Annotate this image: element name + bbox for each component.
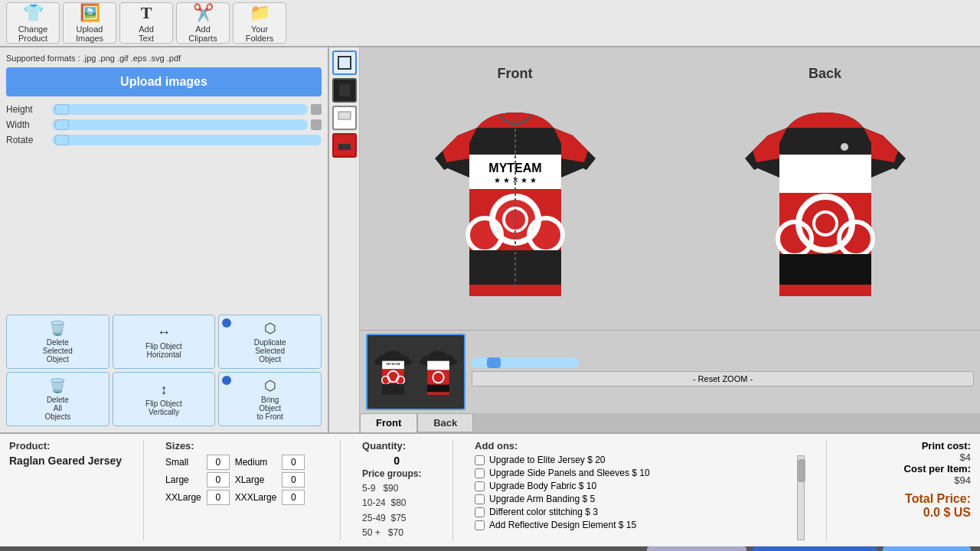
duplicate-selected-button[interactable]: ⬡ DuplicateSelectedObject (218, 315, 322, 369)
width-resize-handle[interactable] (311, 119, 322, 130)
large-input[interactable] (207, 472, 230, 487)
addon-arm-banding-checkbox[interactable] (475, 494, 485, 504)
width-slider[interactable] (52, 119, 308, 130)
add-text-button[interactable]: T Add Text (119, 2, 173, 44)
total-price-value: 0.0 $ US (923, 506, 971, 520)
svg-rect-0 (338, 57, 351, 69)
addon-color-stitching: Different color stitching $ 3 (475, 507, 805, 517)
price-10-24: 10-24 $80 (362, 496, 421, 510)
zoom-thumb (487, 357, 501, 368)
delete-selected-button[interactable]: 🗑️ DeleteSelectedObject (6, 315, 109, 369)
medium-input[interactable] (282, 455, 305, 470)
total-price-label: Total Price: (905, 492, 971, 506)
xlarge-label: XLarge (235, 474, 280, 485)
quantity-section: Quantity: 0 Price groups: 5-9 $90 10-24 … (362, 440, 431, 540)
divider-2 (340, 440, 341, 540)
height-slider-row: Height (6, 104, 322, 115)
change-product-label: Change Product (18, 24, 48, 43)
upload-button[interactable]: Upload images (6, 67, 322, 96)
front-label: Front (498, 66, 533, 82)
divider-4 (826, 440, 827, 540)
height-slider[interactable] (52, 104, 308, 115)
upload-images-button[interactable]: 🖼️ Upload Images (63, 2, 116, 44)
small-input[interactable] (207, 455, 230, 470)
flip-vertical-button[interactable]: ↕️ Flip ObjectVertically (113, 372, 216, 426)
view-btn-side[interactable] (332, 106, 357, 130)
svg-rect-36 (427, 361, 449, 370)
action-buttons: 🗑️ DeleteSelectedObject ↔️ Flip ObjectHo… (6, 315, 322, 426)
addon-color-stitching-checkbox[interactable] (475, 507, 485, 517)
addon-elite: Upgrade to Elite Jersey $ 20 (475, 455, 805, 465)
xlarge-input[interactable] (282, 472, 305, 487)
addons-section: Add ons: Upgrade to Elite Jersey $ 20 Up… (475, 440, 805, 540)
zoom-slider[interactable] (472, 357, 579, 368)
duplicate-icon: ⬡ (264, 320, 276, 337)
delete-selected-label: DeleteSelectedObject (43, 338, 73, 364)
upload-images-label: Upload Images (76, 24, 103, 43)
view-btn-front[interactable] (332, 78, 357, 103)
rotate-label: Rotate (6, 135, 52, 145)
share-facebook-button[interactable]: f Share On Facebook (753, 546, 876, 551)
left-panel: Supported formats : .jpg .png .gif .eps … (0, 47, 329, 432)
svg-rect-40 (427, 392, 449, 395)
print-cost-value: $4 (960, 452, 971, 463)
image-icon: 🖼️ (80, 3, 100, 23)
sizes-section: Sizes: Small Medium Large XLarge XXLarge… (165, 440, 318, 540)
svg-rect-3 (338, 144, 351, 150)
addon-side-panels-checkbox[interactable] (475, 468, 485, 478)
add-cliparts-button[interactable]: ✂️ Add Cliparts (176, 2, 230, 44)
thumbnail-jerseys: MYTEAM (372, 341, 459, 403)
height-resize-handle[interactable] (311, 104, 322, 115)
xxxlarge-input[interactable] (282, 490, 305, 505)
duplicate-selected-label: DuplicateSelectedObject (254, 338, 286, 364)
size-grid: Small Medium Large XLarge XXLarge XXXLar… (165, 455, 318, 505)
change-product-button[interactable]: 👕 Change Product (6, 2, 60, 44)
add-to-cart-button[interactable]: Add to cart >> (883, 546, 971, 551)
save-project-button[interactable]: Save as 'Project' (647, 546, 746, 551)
svg-rect-25 (779, 254, 871, 289)
small-label: Small (165, 457, 204, 468)
trash-icon: 🗑️ (49, 320, 66, 337)
view-btn-full[interactable] (332, 51, 357, 75)
height-label: Height (6, 104, 52, 115)
xxlarge-label: XXLarge (165, 492, 204, 503)
product-info: Product: Raglan Geared Jersey Sizes: Sma… (0, 434, 980, 546)
flip-horizontal-button[interactable]: ↔️ Flip ObjectHorizontal (113, 315, 216, 369)
price-25-49: 25-49 $75 (362, 511, 421, 526)
delete-all-button[interactable]: 🗑️ DeleteAllObjects (6, 372, 109, 426)
reset-zoom-button[interactable]: - Reset ZOOM - (472, 371, 974, 386)
svg-rect-19 (779, 155, 871, 193)
thumbnail-box[interactable]: MYTEAM (366, 334, 466, 410)
add-cliparts-label: Add Cliparts (188, 24, 217, 43)
divider-1 (143, 440, 144, 540)
your-folders-button[interactable]: 📁 Your Folders (233, 2, 286, 44)
tab-front[interactable]: Front (360, 413, 417, 432)
view-selector (329, 47, 360, 432)
back-jersey-section: Back (685, 66, 965, 311)
addon-side-panels: Upgrade Side Panels and Sleeves $ 10 (475, 468, 805, 478)
print-cost-section: Print cost: $4 Cost per Item: $94 Total … (848, 440, 971, 540)
svg-rect-2 (338, 112, 351, 119)
footer-bar: Made by www.harboarts.com Save as 'Proje… (0, 546, 980, 551)
cost-per-item-value: $94 (954, 474, 971, 486)
thumb-front-jersey: MYTEAM (372, 341, 414, 403)
addons-list: Upgrade to Elite Jersey $ 20 Upgrade Sid… (475, 455, 805, 531)
large-label: Large (165, 474, 204, 485)
front-jersey-section: Front (375, 66, 655, 311)
view-btn-red[interactable] (332, 133, 357, 158)
xxlarge-input[interactable] (207, 490, 230, 505)
product-name: Raglan Geared Jersey (9, 455, 122, 467)
bring-to-front-button[interactable]: ⬡ BringObjectto Front (218, 372, 322, 426)
xxxlarge-label: XXXLarge (235, 492, 280, 503)
clipart-icon: ✂️ (193, 3, 214, 23)
formats-text: Supported formats : .jpg .png .gif .eps … (6, 54, 322, 63)
addon-elite-label: Upgrade to Elite Jersey $ 20 (489, 455, 605, 465)
addon-elite-checkbox[interactable] (475, 455, 485, 465)
svg-rect-26 (779, 285, 871, 296)
rotate-slider[interactable] (52, 135, 322, 145)
front-view-icon (337, 83, 352, 98)
addon-reflective-checkbox[interactable] (475, 520, 485, 530)
addon-body-fabric-checkbox[interactable] (475, 481, 485, 491)
addon-reflective-label: Add Reflective Design Element $ 15 (489, 520, 636, 530)
tab-back[interactable]: Back (417, 413, 473, 432)
